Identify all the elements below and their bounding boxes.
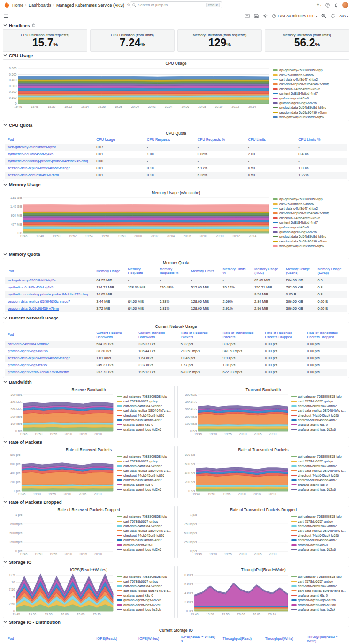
legend-item[interactable]: grafana-agent-logs-b22q8 — [117, 602, 172, 607]
legend-item[interactable]: cart-data-replica-58f5464b7c-smtg — [117, 528, 172, 533]
rate_received_packets_dropped-canvas[interactable]: 0 p/s250 mp/s500 mp/s750 mp/s1 p/s19:451… — [5, 513, 115, 556]
column-header[interactable]: Throughput(Write) — [262, 634, 305, 644]
search-input[interactable]: Search or jump to... cmd+k — [130, 1, 222, 8]
column-header[interactable]: Throughput(Read + Write) — [305, 634, 347, 644]
pod-link[interactable]: cart-data-c4fbf8d47-xhbn2 — [8, 342, 49, 346]
legend-item[interactable]: cart-data-c4fbf8d47-xhbn2 — [291, 523, 347, 528]
legend-item[interactable]: grafana-agent-k8s-0 — [291, 422, 347, 427]
legend-item[interactable]: cart-7578db6657-gnbqv — [117, 579, 172, 583]
legend-item[interactable]: cart-7578db6657-gnbqv — [273, 202, 347, 206]
legend-item[interactable]: checkout-74cb545cc9-lc626 — [117, 473, 172, 477]
legend-item[interactable]: cart-data-replica-58f5464b7c-smtg — [273, 211, 347, 216]
legend-item[interactable]: cart-data-c4fbf8d47-xhbn2 — [117, 403, 172, 408]
pod-link[interactable]: web-gateway-69659bfdf9-fqt5v — [8, 145, 56, 149]
legend-item[interactable]: grafana-agent-k8s-0 — [117, 542, 172, 547]
column-header[interactable]: Memory Limits — [189, 266, 220, 277]
breadcrumb-home[interactable]: Home — [12, 3, 23, 8]
column-header[interactable]: Pod — [5, 136, 94, 144]
legend-item[interactable]: cart-data-replica-58f5464b7c-smtg — [117, 468, 172, 473]
column-header[interactable]: IOPS(Reads) — [94, 634, 136, 644]
pod-link[interactable]: grafana-agent-logs-6d2x6 — [8, 349, 48, 353]
legend-item[interactable]: cart-data-replica-58f5464b7c-smtg — [117, 588, 172, 593]
breadcrumb-dashboards[interactable]: Dashboards — [29, 3, 52, 8]
legend-item[interactable]: grafana-agent-logs-6d2x6 — [291, 547, 347, 552]
legend-item[interactable]: cart-7578db6657-gnbqv — [291, 459, 347, 463]
legend-item[interactable]: cart-data-c4fbf8d47-xhbn2 — [117, 463, 172, 468]
refresh-icon[interactable] — [330, 14, 335, 18]
column-header[interactable]: Current Receive Bandwidth — [94, 330, 136, 341]
legend-item[interactable]: api-gateway-7588909858-fglp — [117, 394, 172, 399]
legend-item[interactable]: api-gateway-7588909858-fglp — [291, 514, 347, 519]
pod-link[interactable]: session-data-5c69c96459-v7brm — [8, 173, 59, 177]
legend-item[interactable]: grafana-agent-logs-6d2x6 — [273, 100, 347, 105]
column-header[interactable]: CPU Requests — [145, 136, 195, 144]
legend-item[interactable]: grafana-agent-logs-6d2x6 — [117, 427, 172, 432]
row-header-bandwidth[interactable]: Bandwidth — [0, 378, 352, 386]
column-header[interactable]: Memory Usage (Cache) — [283, 266, 315, 277]
legend-item[interactable]: grafana-agent-k8s-0 — [291, 542, 347, 547]
legend-item[interactable]: grafana-agent-logs-6d2x6 — [291, 427, 347, 432]
legend-item[interactable]: api-gateway-7588909858-fglp — [291, 574, 347, 579]
legend-item[interactable]: grafana-agent-logs-6d2x6 — [273, 230, 347, 235]
user-avatar[interactable] — [342, 2, 348, 8]
pod-link[interactable]: session-data-replica-65f594655c-mzcg7 — [8, 356, 70, 360]
legend-item[interactable]: content-5d8b84b6bd-4nrl7 — [117, 477, 172, 482]
memory_usage-canvas[interactable]: 0 B477 MiB954 MiB1.40 GiB1.86 GiB19:4619… — [5, 196, 271, 238]
legend-item[interactable]: checkout-74cb545cc9-lc626 — [117, 533, 172, 538]
new-menu-button[interactable]: +▾ — [317, 3, 321, 7]
legend-item[interactable]: grafana-agent-k8s-0 — [273, 225, 347, 230]
pod-link[interactable]: synthetic-monitoring-private-probe-84cfd… — [8, 159, 92, 163]
legend-item[interactable]: cart-7578db6657-gnbqv — [291, 399, 347, 403]
legend-item[interactable]: web-gateway-69659bfdf9-fqt5v — [273, 244, 347, 249]
legend-item[interactable]: content-5d8b84b6bd-4nrl7 — [273, 91, 347, 96]
rate_transmitted_packets-canvas[interactable]: 0 p/s200 p/s400 p/s600 p/s800 p/s19:4519… — [180, 453, 290, 496]
column-header[interactable]: CPU Limits % — [296, 136, 347, 144]
receive_bandwidth-canvas[interactable]: 0 b/s100 kb/s200 kb/s300 kb/s400 kb/s500… — [5, 393, 115, 436]
legend-item[interactable]: cart-data-c4fbf8d47-xhbn2 — [273, 206, 347, 211]
row-header-packets-dropped[interactable]: Rate of Packets Dropped — [0, 498, 352, 506]
column-header[interactable]: Pod — [5, 266, 94, 277]
time-range-picker[interactable]: Last 30 minutes UTC ▾ — [272, 14, 317, 18]
legend-item[interactable]: content-5d8b84b6bd-4nrl7 — [117, 417, 172, 422]
row-header-memory-quota[interactable]: Memory Quota — [0, 250, 352, 258]
legend-item[interactable]: api-gateway-7588909858-fglp — [273, 197, 347, 202]
pod-link[interactable]: session-data-replica-65f594655c-mzcg7 — [8, 299, 70, 303]
rate_received_packets-canvas[interactable]: 0 p/s200 p/s400 p/s600 p/s800 p/s19:4519… — [5, 453, 115, 496]
legend-item[interactable]: web-gateway-69659bfdf9-fqt5v — [273, 114, 347, 119]
column-header[interactable]: Rate of Transmitted Packets Dropped — [305, 330, 347, 341]
cpu_usage-canvas[interactable]: 00.1000.2000.3000.4000.5000.60019:4619:4… — [5, 67, 271, 109]
menu-toggle-icon[interactable] — [4, 14, 9, 18]
legend-item[interactable]: cart-data-replica-58f5464b7c-smtg — [291, 588, 347, 593]
pod-link[interactable]: grafana-agent-logs-bs2ck — [8, 363, 47, 367]
legend-item[interactable]: checkout-74cb545cc9-lc626 — [117, 413, 172, 417]
help-icon[interactable] — [325, 3, 330, 8]
add-panel-icon[interactable] — [245, 14, 250, 18]
legend-item[interactable]: cart-data-replica-58f5464b7c-smtg — [273, 82, 347, 86]
legend-item[interactable]: grafana-agent-logs-6d2x6 — [117, 487, 172, 492]
legend-item[interactable]: api-gateway-7588909858-fglp — [291, 394, 347, 399]
legend-item[interactable]: product-data-5d54b89d8d-kb9rq — [273, 235, 347, 239]
zoom-out-icon[interactable] — [321, 14, 326, 18]
legend-item[interactable]: session-data-5c69c96459-v7brm — [273, 110, 347, 114]
row-header-rate-packets[interactable]: Rate of Packets — [0, 438, 352, 446]
column-header[interactable]: Memory Limits % — [221, 266, 252, 277]
legend-item[interactable]: cart-7578db6657-gnbqv — [291, 579, 347, 583]
legend-item[interactable]: content-5d8b84b6bd-4nrl7 — [291, 417, 347, 422]
legend-item[interactable]: grafana-agent-logs-bs2ck — [291, 607, 347, 612]
column-header[interactable]: IOPS(Writes) — [136, 634, 178, 644]
legend-item[interactable]: product-data-5d54b89d8d-kb9rq — [273, 105, 347, 110]
legend-item[interactable]: grafana-agent-k8s-0 — [291, 593, 347, 598]
row-header-memory-usage[interactable]: Memory Usage — [0, 181, 352, 189]
legend-item[interactable]: content-5d8b84b6bd-4nrl7 — [291, 477, 347, 482]
legend-item[interactable]: cart-data-c4fbf8d47-xhbn2 — [291, 403, 347, 408]
row-header-headlines[interactable]: Headlines — [0, 22, 352, 29]
legend-item[interactable]: checkout-74cb545cc9-lc626 — [273, 216, 347, 220]
legend-item[interactable]: session-data-5c69c96459-v7brm — [273, 239, 347, 244]
row-header-storage-io[interactable]: Storage IO — [0, 558, 352, 566]
legend-item[interactable]: grafana-agent-logs-bs2ck — [117, 607, 172, 612]
legend-item[interactable]: checkout-74cb545cc9-lc626 — [291, 533, 347, 538]
pod-link[interactable]: grafana-agent-redis-7c6667759f-wksfm — [8, 370, 69, 374]
notifications-bell-icon[interactable] — [334, 3, 338, 8]
legend-item[interactable]: grafana-agent-k8s-0 — [117, 482, 172, 487]
refresh-interval-picker[interactable]: 30s ▾ — [339, 14, 348, 18]
